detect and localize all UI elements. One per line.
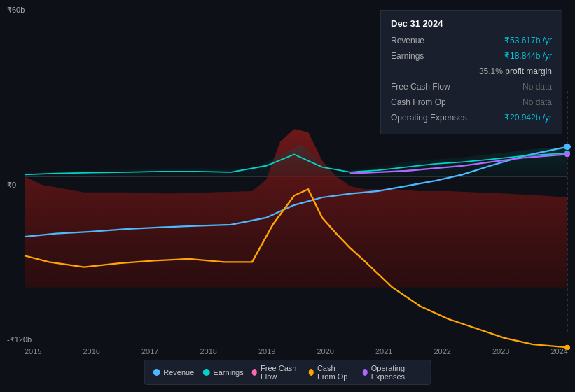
legend-dot-opex — [362, 369, 367, 376]
tooltip-label-fcf: Free Cash Flow — [391, 80, 450, 93]
legend-label-fcf: Free Cash Flow — [261, 364, 300, 381]
chart-legend: Revenue Earnings Free Cash Flow Cash Fro… — [144, 360, 431, 385]
tooltip-row-fcf: Free Cash Flow No data — [391, 80, 552, 93]
svg-point-2 — [564, 144, 571, 150]
x-label-2022: 2022 — [434, 347, 451, 356]
legend-dot-fcf — [252, 369, 257, 376]
tooltip-value-opex: ₹20.942b /yr — [504, 111, 552, 124]
tooltip-row-opex: Operating Expenses ₹20.942b /yr — [391, 111, 552, 124]
legend-label-earnings: Earnings — [213, 368, 243, 377]
legend-item-opex[interactable]: Operating Expenses — [362, 364, 422, 381]
tooltip-label-revenue: Revenue — [391, 34, 424, 47]
x-label-2023: 2023 — [492, 347, 509, 356]
legend-label-opex: Operating Expenses — [371, 364, 422, 381]
y-label-top: ₹60b — [7, 6, 25, 15]
legend-item-fcf[interactable]: Free Cash Flow — [252, 364, 300, 381]
x-label-2016: 2016 — [83, 347, 100, 356]
x-label-2024: 2024 — [551, 347, 568, 356]
svg-point-4 — [564, 152, 570, 157]
tooltip-value-profit-margin: 35.1% profit margin — [479, 65, 552, 78]
legend-item-revenue[interactable]: Revenue — [153, 364, 194, 381]
tooltip-value-cashop: No data — [522, 96, 552, 108]
tooltip-row-profit-margin: 35.1% profit margin — [391, 65, 552, 78]
tooltip-label-earnings: Earnings — [391, 50, 424, 62]
x-label-2017: 2017 — [141, 347, 158, 356]
tooltip-value-earnings: ₹18.844b /yr — [504, 50, 552, 62]
legend-item-cashop[interactable]: Cash From Op — [309, 364, 354, 381]
tooltip-row-earnings: Earnings ₹18.844b /yr — [391, 50, 552, 62]
tooltip-row-cashop: Cash From Op No data — [391, 96, 552, 108]
x-label-2020: 2020 — [317, 347, 334, 356]
x-axis: 2015 2016 2017 2018 2019 2020 2021 2022 … — [25, 347, 568, 356]
x-label-2018: 2018 — [200, 347, 217, 356]
legend-dot-revenue — [153, 369, 160, 376]
legend-label-cashop: Cash From Op — [317, 364, 354, 381]
tooltip-value-revenue: ₹53.617b /yr — [504, 34, 552, 47]
tooltip-panel: Dec 31 2024 Revenue ₹53.617b /yr Earning… — [380, 10, 562, 134]
x-label-2021: 2021 — [375, 347, 392, 356]
tooltip-value-fcf: No data — [522, 80, 552, 93]
legend-item-earnings[interactable]: Earnings — [202, 364, 243, 381]
tooltip-label-opex: Operating Expenses — [391, 111, 467, 124]
tooltip-label-cashop: Cash From Op — [391, 96, 446, 108]
tooltip-date: Dec 31 2024 — [391, 18, 552, 29]
x-label-2015: 2015 — [25, 347, 41, 356]
tooltip-row-revenue: Revenue ₹53.617b /yr — [391, 34, 552, 47]
legend-dot-cashop — [309, 369, 314, 376]
legend-dot-earnings — [202, 369, 209, 376]
x-label-2019: 2019 — [258, 347, 275, 356]
legend-label-revenue: Revenue — [163, 368, 194, 377]
